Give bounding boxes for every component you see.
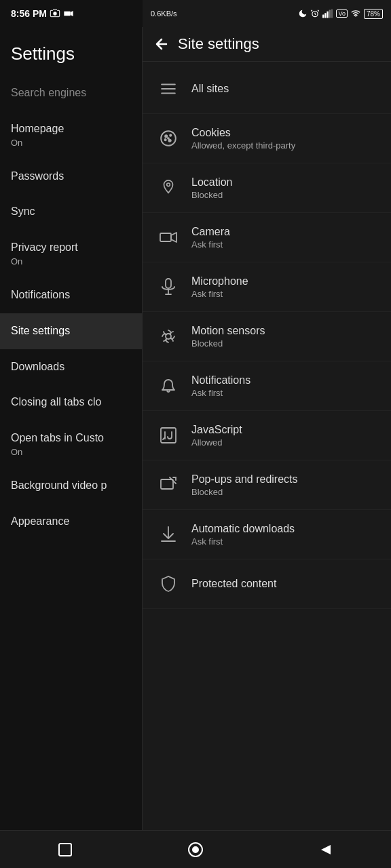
settings-item-subtitle: Ask first [191,388,380,398]
settings-item-text: Microphone Ask first [191,275,380,299]
sidebar-item-privacy-report[interactable]: Privacy report On [0,230,142,277]
svg-rect-7 [329,9,331,18]
right-panel-title: Site settings [178,35,259,53]
sidebar-item-subtitle: On [11,138,131,148]
settings-item-subtitle: Allowed [191,437,380,448]
settings-item-text: JavaScript Allowed [191,424,380,448]
svg-point-16 [169,140,171,142]
sidebar-item-subtitle: On [11,256,131,267]
sidebar-item-site-settings[interactable]: Site settings [0,313,142,349]
settings-item-text: Automatic downloads Ask first [191,523,380,547]
square-icon [58,842,73,857]
settings-item-title: JavaScript [191,424,380,436]
camera-icon [153,222,183,252]
settings-item-title: Camera [191,226,380,238]
svg-point-17 [168,138,169,139]
sidebar-item-label: Privacy report [11,241,131,255]
sidebar-item-downloads[interactable]: Downloads [0,349,142,385]
settings-item-title: Location [191,176,380,189]
sidebar-item-label: Passwords [11,170,131,184]
sidebar-item-label: Closing all tabs clo [11,395,131,410]
svg-marker-20 [171,233,176,242]
settings-item-title: Microphone [191,275,380,288]
svg-rect-26 [161,479,173,489]
nav-back-button[interactable] [311,835,341,865]
svg-marker-31 [321,845,331,854]
bottom-nav [0,830,391,868]
sidebar-item-open-tabs[interactable]: Open tabs in Custo On [0,420,142,468]
sidebar-item-label: Notifications [11,288,131,302]
sidebar-item-subtitle: On [11,447,131,457]
settings-item-text: Location Blocked [191,176,380,200]
sidebar-item-search-engines[interactable]: Search engines [0,75,142,111]
settings-item-motion-sensors[interactable]: Motion sensors Blocked [143,312,391,361]
sidebar-item-background-video[interactable]: Background video p [0,468,142,504]
settings-item-title: Notifications [191,374,380,387]
settings-item-location[interactable]: Location Blocked [143,163,391,213]
shield-icon [153,569,183,599]
settings-item-javascript[interactable]: JavaScript Allowed [143,411,391,460]
settings-item-text: All sites [191,83,380,95]
sidebar-item-homepage[interactable]: Homepage On [0,111,142,159]
motion-icon [153,321,183,351]
svg-rect-19 [160,233,171,241]
settings-item-protected-content[interactable]: Protected content [143,559,391,609]
list-icon [153,74,183,104]
sidebar-item-sync[interactable]: Sync [0,194,142,230]
settings-item-notifications[interactable]: Notifications Ask first [143,361,391,411]
settings-item-auto-downloads[interactable]: Automatic downloads Ask first [143,510,391,559]
settings-item-title: Automatic downloads [191,523,380,535]
sidebar-item-notifications[interactable]: Notifications [0,277,142,313]
settings-item-subtitle: Ask first [191,239,380,250]
settings-item-title: Protected content [191,578,380,590]
network-speed: 0.6KB/s [151,9,177,18]
settings-item-text: Motion sensors Blocked [191,325,380,349]
bell-icon [153,371,183,401]
sidebar-item-passwords[interactable]: Passwords [0,159,142,195]
back-button[interactable] [153,36,170,52]
settings-item-popups[interactable]: Pop-ups and redirects Blocked [143,460,391,510]
svg-rect-1 [64,12,70,16]
home-circle-icon [187,842,204,858]
status-bar-left: 8:56 PM [0,0,143,27]
nav-home-button[interactable] [181,835,210,865]
microphone-icon [153,272,183,302]
svg-rect-5 [325,13,327,18]
svg-point-18 [167,183,170,186]
svg-rect-6 [327,12,329,18]
settings-item-text: Protected content [191,578,380,590]
svg-point-0 [53,12,56,15]
location-icon [153,173,183,203]
settings-item-camera[interactable]: Camera Ask first [143,213,391,262]
nav-square-button[interactable] [50,835,80,865]
volte-icon: Vo [336,9,348,18]
sidebar-item-appearance[interactable]: Appearance [0,504,142,540]
settings-item-all-sites[interactable]: All sites [143,64,391,114]
settings-item-subtitle: Blocked [191,487,380,497]
moon-icon [298,9,308,18]
settings-item-title: Motion sensors [191,325,380,337]
settings-list: All sites Cookies Allo [143,62,391,612]
status-time: 8:56 PM [11,8,47,19]
settings-item-subtitle: Ask first [191,289,380,299]
settings-item-title: Cookies [191,127,380,139]
wifi-icon [350,9,361,18]
svg-marker-2 [70,11,73,16]
settings-item-title: All sites [191,83,380,95]
svg-rect-4 [322,15,324,18]
sidebar-item-closing-tabs[interactable]: Closing all tabs clo [0,384,142,420]
settings-item-subtitle: Allowed, except third-party [191,140,380,151]
video-status-icon [63,8,74,19]
sidebar-item-label: Background video p [11,479,131,493]
settings-item-microphone[interactable]: Microphone Ask first [143,262,391,312]
svg-rect-28 [59,844,71,856]
settings-item-subtitle: Ask first [191,536,380,547]
sidebar-title: Settings [0,33,142,75]
right-header: Site settings [143,27,391,62]
camera-status-icon [50,8,60,19]
alarm-icon [310,9,320,18]
settings-item-cookies[interactable]: Cookies Allowed, except third-party [143,114,391,163]
popup-icon [153,470,183,500]
status-icons: Vo 78% [298,9,383,19]
main-layout: Settings Search engines Homepage On Pass… [0,27,391,830]
